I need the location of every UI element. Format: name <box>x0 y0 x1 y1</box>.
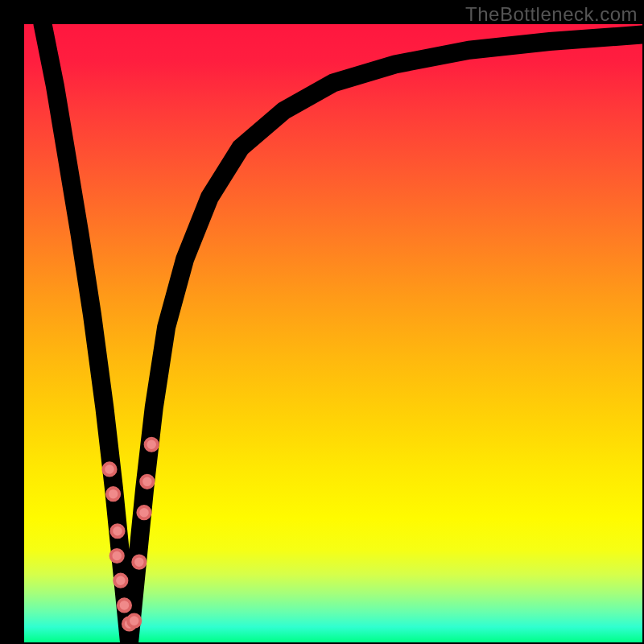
highlight-dot <box>114 575 126 587</box>
highlight-dot <box>111 525 123 537</box>
highlight-dot <box>141 476 153 488</box>
watermark-text: TheBottleneck.com <box>465 3 638 26</box>
chart-frame: TheBottleneck.com <box>0 0 644 644</box>
highlight-dot <box>103 463 115 475</box>
curve-layer <box>24 24 642 642</box>
highlight-dot <box>107 488 119 500</box>
highlight-dot <box>128 614 140 626</box>
highlight-dot <box>133 555 145 568</box>
highlight-dot <box>146 439 158 451</box>
bottleneck-curve <box>43 24 642 642</box>
highlight-dot <box>111 550 123 562</box>
highlight-dot <box>138 506 150 518</box>
highlight-dot <box>118 599 130 611</box>
plot-area <box>24 24 642 642</box>
